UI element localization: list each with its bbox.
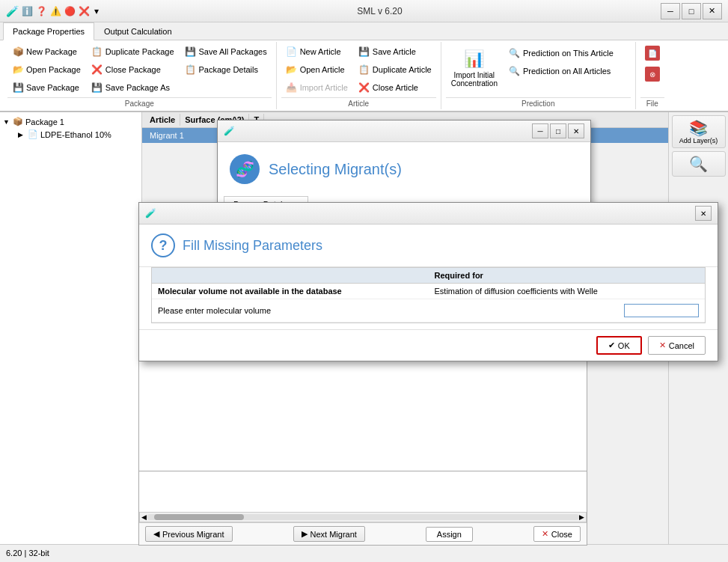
- prediction-all-icon: 🔍: [509, 65, 521, 77]
- previous-migrant-button[interactable]: ◀ Previous Migrant: [145, 526, 233, 542]
- toolbar-icon-1[interactable]: ℹ️: [22, 6, 33, 16]
- toolbar-icon-5[interactable]: ❌: [79, 6, 90, 16]
- dialog-migrants-maximize[interactable]: □: [550, 123, 566, 138]
- toolbar-icon-3[interactable]: ⚠️: [50, 6, 61, 16]
- dialog-fill-header: ? Fill Missing Parameters: [139, 225, 718, 267]
- article-buttons: 📄 New Article 📂 Open Article 📥 Import Ar…: [281, 43, 436, 96]
- new-package-button[interactable]: 📦 New Package: [7, 43, 85, 60]
- scroll-left-arrow[interactable]: ◀: [141, 513, 147, 521]
- tab-package-properties[interactable]: Package Properties: [3, 22, 94, 40]
- ok-check-icon: ✔: [608, 340, 615, 350]
- duplicate-article-button[interactable]: 📋 Duplicate Article: [354, 61, 436, 78]
- maximize-button[interactable]: □: [682, 3, 701, 19]
- assign-button[interactable]: Assign: [426, 527, 473, 542]
- close-article-icon: ❌: [358, 82, 370, 94]
- app-icon: 🧪: [6, 5, 19, 17]
- close-migrants-button[interactable]: ✕ Close: [533, 526, 581, 542]
- open-package-button[interactable]: 📂 Open Package: [7, 61, 85, 78]
- side-icon-2: 🔍: [689, 155, 708, 173]
- package-details-button[interactable]: 📋 Package Details: [180, 61, 272, 78]
- duplicate-package-button[interactable]: 📋 Duplicate Package: [87, 43, 179, 60]
- open-article-icon: 📂: [286, 64, 298, 76]
- dialog-fill-icon: 🧪: [145, 208, 156, 219]
- dialog-migrants-close[interactable]: ✕: [568, 123, 584, 138]
- dialog-fill-close[interactable]: ✕: [695, 206, 712, 221]
- file-button-2[interactable]: ⊗: [640, 64, 664, 84]
- close-package-button[interactable]: ❌ Close Package: [87, 61, 179, 78]
- package-icon-tree: 📦: [13, 117, 23, 126]
- scroll-right-arrow[interactable]: ▶: [579, 513, 584, 521]
- file-buttons: 📄 ⊗: [640, 43, 664, 96]
- next-migrant-button[interactable]: ▶ Next Migrant: [293, 526, 365, 542]
- cancel-button[interactable]: ✕ Cancel: [648, 336, 706, 355]
- ribbon-tabs: Package Properties Output Calculation: [0, 22, 728, 40]
- article-group-label: Article: [281, 97, 436, 108]
- file-group-label: File: [640, 97, 664, 108]
- selecting-migrants-icon: 🧬: [230, 154, 260, 184]
- tree-item-package1[interactable]: ▼ 📦 Package 1: [3, 115, 138, 128]
- add-layer-icon: 📚: [689, 119, 708, 137]
- prev-arrow-icon: ◀: [153, 529, 159, 539]
- dialog-migrants-minimize[interactable]: ─: [532, 123, 548, 138]
- package-details-icon: 📋: [185, 64, 197, 76]
- tree-item-ldpe[interactable]: ▶ 📄 LDPE-Ethanol 10%: [3, 128, 138, 141]
- prediction-group-label: Prediction: [446, 97, 631, 108]
- dialog-fill-missing: 🧪 ✕ ? Fill Missing Parameters Required f…: [138, 202, 718, 361]
- save-package-as-button[interactable]: 💾 Save Package As: [87, 79, 179, 96]
- dialog-migrants-body: 🧬 Selecting Migrant(s): [218, 142, 590, 196]
- ribbon-group-article: 📄 New Article 📂 Open Article 📥 Import Ar…: [277, 42, 441, 109]
- new-article-icon: 📄: [286, 46, 298, 58]
- save-article-icon: 💾: [358, 46, 370, 58]
- next-arrow-icon: ▶: [302, 529, 308, 539]
- cancel-x-icon: ✕: [659, 340, 666, 350]
- required-for-cell: Estimation of diffusion coefficients wit…: [429, 284, 706, 299]
- import-concentration-icon: 📊: [462, 47, 486, 71]
- tree-expand-icon: ▼: [3, 118, 10, 126]
- file-button-1[interactable]: 📄: [640, 43, 664, 63]
- add-layer-button[interactable]: 📚 Add Layer(s): [672, 115, 726, 148]
- prediction-this-icon: 🔍: [509, 47, 521, 59]
- title-bar: 🧪 ℹ️ ❓ ⚠️ 🔴 ❌ ▾ SML v 6.20 ─ □ ✕: [0, 0, 728, 22]
- ribbon-group-package: 📦 New Package 📂 Open Package 💾 Save Pack…: [3, 42, 277, 109]
- import-initial-concentration-button[interactable]: 📊 Import Initial Concentration: [446, 43, 503, 96]
- dialog-fill-heading: Fill Missing Parameters: [183, 238, 322, 254]
- new-article-button[interactable]: 📄 New Article: [281, 43, 352, 60]
- molecular-volume-input[interactable]: [624, 304, 699, 317]
- minimize-button[interactable]: ─: [661, 3, 680, 19]
- toolbar-icon-4[interactable]: 🔴: [64, 6, 76, 16]
- app-title: SML v 6.20: [357, 6, 402, 16]
- side-button-2[interactable]: 🔍: [672, 151, 726, 177]
- dialog-fill-footer: ✔ OK ✕ Cancel: [139, 329, 718, 361]
- save-article-button[interactable]: 💾 Save Article: [354, 43, 436, 60]
- table-data-row: Molecular volume not available in the da…: [152, 284, 705, 299]
- description-cell: Molecular volume not available in the da…: [152, 284, 429, 299]
- title-bar-left: 🧪 ℹ️ ❓ ⚠️ 🔴 ❌ ▾: [6, 5, 99, 17]
- scrollbar-thumb: [154, 514, 244, 520]
- close-x-icon: ✕: [542, 529, 548, 539]
- dialog-migrants-title-bar: 🧪 ─ □ ✕: [218, 120, 590, 142]
- dialog-fill-title-bar: 🧪 ✕: [139, 203, 718, 225]
- close-button[interactable]: ✕: [703, 3, 722, 19]
- prediction-all-articles-button[interactable]: 🔍 Prediction on All Articles: [504, 63, 618, 79]
- open-article-button[interactable]: 📂 Open Article: [281, 61, 352, 78]
- package-buttons: 📦 New Package 📂 Open Package 💾 Save Pack…: [7, 43, 272, 96]
- save-all-packages-button[interactable]: 💾 Save All Packages: [180, 43, 272, 60]
- ribbon-group-prediction: 📊 Import Initial Concentration 🔍 Predict…: [441, 42, 636, 109]
- close-article-button[interactable]: ❌ Close Article: [354, 79, 436, 96]
- import-article-button: 📥 Import Article: [281, 79, 352, 96]
- migrant-label: Migrant 1: [145, 129, 189, 141]
- toolbar-icon-6[interactable]: ▾: [94, 6, 99, 16]
- migrant-nav: ◀ Previous Migrant ▶ Next Migrant Assign…: [139, 522, 587, 545]
- ribbon: 📦 New Package 📂 Open Package 💾 Save Pack…: [0, 40, 728, 112]
- prediction-this-article-button[interactable]: 🔍 Prediction on This Article: [504, 45, 618, 61]
- save-package-button[interactable]: 💾 Save Package: [7, 79, 85, 96]
- ok-button[interactable]: ✔ OK: [596, 336, 642, 355]
- input-row: Please enter molecular volume: [152, 299, 705, 323]
- dialog-migrants-icon: 🧪: [224, 126, 235, 136]
- scrollbar-horizontal[interactable]: ◀ ▶: [139, 512, 587, 522]
- save-all-icon: 💾: [185, 46, 197, 58]
- tab-output-calculation[interactable]: Output Calculation: [94, 22, 182, 40]
- col-description: [152, 268, 429, 283]
- new-package-icon: 📦: [12, 46, 24, 58]
- toolbar-icon-2[interactable]: ❓: [36, 6, 47, 16]
